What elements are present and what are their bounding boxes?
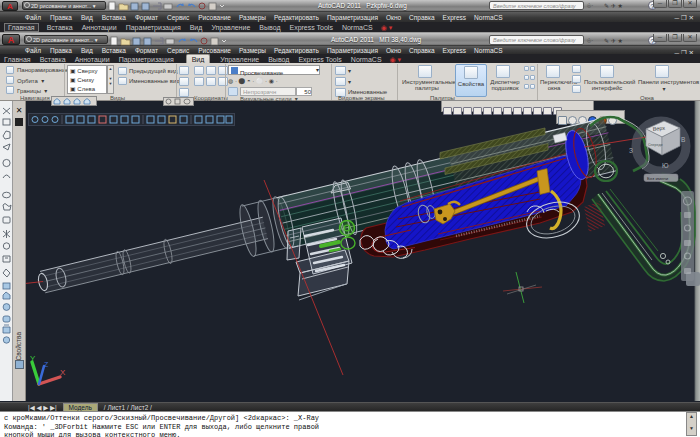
svg-text:З: З — [629, 147, 633, 154]
svg-text:X: X — [60, 368, 66, 377]
svg-text:Z: Z — [44, 361, 49, 368]
svg-text:Спереди: Спереди — [648, 143, 663, 147]
svg-text:Y: Y — [30, 354, 36, 363]
svg-text:Ю: Ю — [662, 162, 669, 169]
svg-text:Без имени: Без имени — [647, 176, 669, 181]
svg-text:В: В — [681, 136, 685, 143]
